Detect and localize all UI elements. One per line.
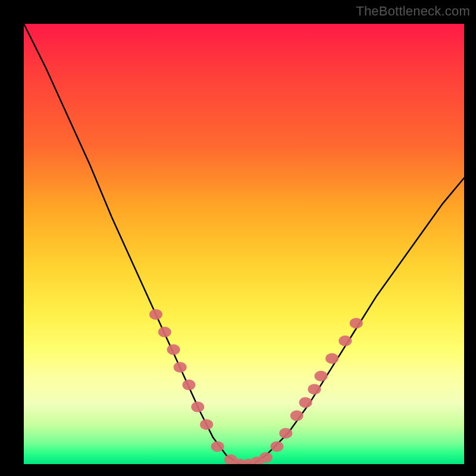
curve-marker [290,411,303,421]
curve-marker [315,371,328,381]
curve-marker [211,441,224,452]
watermark-text: TheBottleneck.com [356,4,470,19]
curve-marker [149,309,162,320]
curve-marker [167,345,180,355]
curve-marker [200,419,213,430]
curve-marker [271,441,284,452]
chart-overlay [24,24,464,464]
bottleneck-curve [24,24,464,464]
curve-marker [308,384,321,394]
curve-marker [350,318,363,328]
curve-marker [183,380,196,390]
curve-marker [191,402,204,412]
curve-marker [174,362,187,372]
curve-path [24,24,464,464]
curve-marker [325,353,339,364]
plot-area [24,24,464,464]
curve-marker [259,452,273,463]
chart-frame: TheBottleneck.com [0,0,476,476]
curve-marker [299,397,312,408]
curve-marker [339,336,352,346]
curve-marker [158,327,171,337]
curve-marker [279,428,292,439]
curve-markers [149,309,363,464]
